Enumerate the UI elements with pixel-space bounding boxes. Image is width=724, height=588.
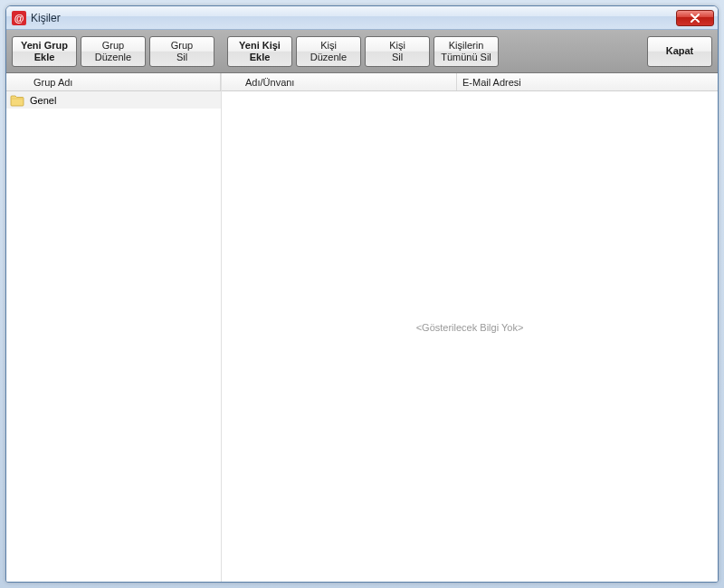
contacts-window: @ Kişiler Yeni GrupEkle GrupDüzenle Grup… [5, 5, 719, 583]
edit-group-button[interactable]: GrupDüzenle [81, 36, 146, 67]
delete-all-persons-button[interactable]: KişilerinTümünü Sil [433, 36, 499, 67]
window-title: Kişiler [31, 12, 61, 24]
column-email[interactable]: E-Mail Adresi [457, 73, 718, 90]
folder-icon [10, 94, 24, 107]
delete-group-button[interactable]: GrupSil [149, 36, 214, 67]
app-icon: @ [12, 11, 26, 25]
column-group-name[interactable]: Grup Adı [28, 73, 221, 90]
new-group-button[interactable]: Yeni GrupEkle [12, 36, 77, 67]
groups-column-header: Grup Adı [6, 73, 221, 91]
group-row[interactable]: Genel [6, 91, 221, 109]
column-name-title[interactable]: Adı/Ünvanı [240, 73, 457, 90]
toolbar: Yeni GrupEkle GrupDüzenle GrupSil Yeni K… [6, 30, 718, 73]
window-close-button[interactable] [676, 10, 714, 26]
edit-person-button[interactable]: KişiDüzenle [296, 36, 361, 67]
groups-list: Genel [6, 91, 221, 582]
content-area: Grup Adı Genel Adı/Ünvanı E-Ma [6, 73, 718, 582]
people-column-header: Adı/Ünvanı E-Mail Adresi [222, 73, 718, 91]
titlebar: @ Kişiler [6, 6, 718, 30]
close-button[interactable]: Kapat [647, 36, 712, 67]
group-name-label: Genel [30, 95, 56, 106]
groups-panel: Grup Adı Genel [6, 73, 222, 582]
new-person-button[interactable]: Yeni KişiEkle [227, 36, 292, 67]
empty-message: <Gösterilecek Bilgi Yok> [416, 322, 524, 333]
close-icon [690, 14, 700, 23]
people-panel: Adı/Ünvanı E-Mail Adresi <Gösterilecek B… [222, 73, 718, 582]
delete-person-button[interactable]: KişiSil [365, 36, 430, 67]
